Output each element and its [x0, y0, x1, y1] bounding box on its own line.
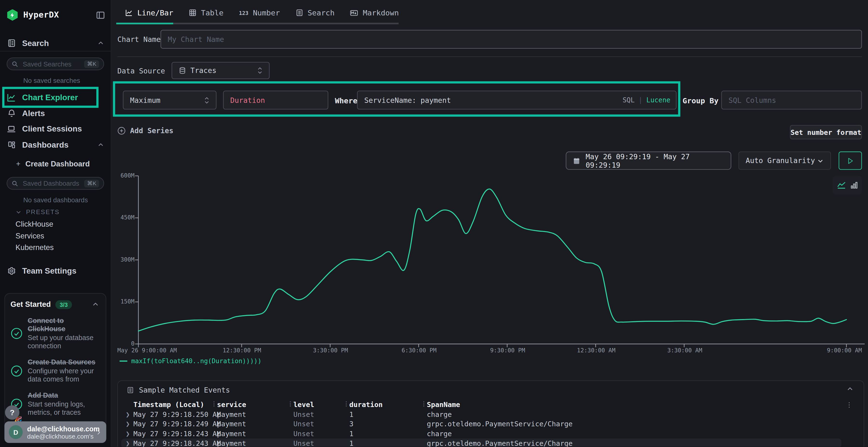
create-dashboard-button[interactable]: + Create Dashboard — [0, 157, 111, 170]
table-row[interactable]: ❯ May 27 9:29:18.250 AM payment Unset 1 … — [121, 409, 841, 419]
sidebar-preset-services[interactable]: Services — [16, 232, 44, 240]
cell-service: payment — [217, 420, 246, 428]
set-number-format-button[interactable]: Set number format — [790, 125, 862, 139]
cell-duration: 1 — [349, 429, 353, 438]
saved-searches-search[interactable]: ⌘K — [7, 58, 104, 70]
user-menu[interactable]: D dale@clickhouse.com dale@clickhouse.co… — [4, 421, 106, 443]
tab-table[interactable]: Table — [181, 8, 231, 17]
expand-row-icon[interactable]: ❯ — [126, 420, 130, 428]
granularity-value: Auto Granularity — [746, 157, 815, 165]
sidebar-item-label: Chart Explorer — [22, 93, 78, 102]
column-handle-icon[interactable]: ⋮ — [343, 400, 349, 407]
column-header[interactable]: duration — [349, 400, 383, 408]
tab-label: Line/Bar — [137, 8, 173, 17]
aggregation-select[interactable]: Maximum — [123, 91, 217, 110]
legend-series-label: maxIf(toFloat640..ng(Duration))))) — [131, 357, 261, 365]
table-row[interactable]: ❯ May 27 9:29:18.249 AM payment Unset 3 … — [121, 419, 841, 428]
chevron-right-icon — [95, 429, 102, 436]
chevron-up-icon[interactable] — [92, 301, 99, 308]
sidebar-preset-kubernetes[interactable]: Kubernetes — [16, 243, 54, 251]
get-started-step-data-sources[interactable]: Create Data Sources Configure where your… — [10, 358, 99, 384]
tab-number[interactable]: 123 Number — [231, 8, 288, 17]
chart-name-input[interactable] — [168, 35, 855, 43]
select-chevrons-icon — [257, 67, 262, 74]
data-source-label: Data Source — [117, 67, 165, 75]
chart-canvas[interactable] — [111, 166, 868, 357]
where-field[interactable]: ServiceName: payment SQL | Lucene — [357, 91, 677, 110]
select-chevrons-icon — [204, 97, 209, 104]
chart-name-field[interactable] — [161, 30, 862, 49]
chevron-up-icon — [97, 40, 104, 46]
tab-markdown[interactable]: Markdown — [342, 8, 406, 17]
events-menu-kebab-icon[interactable]: ⋮ — [846, 401, 852, 409]
collapse-sidebar-button[interactable] — [96, 10, 105, 20]
help-button[interactable]: ? — [5, 405, 20, 420]
data-source-select[interactable]: Traces — [172, 62, 270, 79]
active-tab-underline — [116, 23, 173, 24]
sidebar-preset-clickhouse[interactable]: ClickHouse — [16, 220, 53, 228]
gear-icon — [7, 266, 16, 276]
add-series-button[interactable]: Add Series — [117, 127, 174, 135]
collapse-events-button[interactable] — [846, 385, 854, 392]
table-row[interactable]: ❯ May 27 9:29:18.243 AM payment Unset 1 … — [121, 428, 841, 438]
events-table-header: Timestamp (Local) ⋮ service ⋮ level ⋮ du… — [121, 399, 841, 409]
grid-icon — [7, 140, 16, 149]
tab-label: Markdown — [363, 8, 399, 17]
expand-row-icon[interactable]: ❯ — [126, 410, 130, 418]
view-tabs: Line/Bar Table 123 Number Search — [117, 4, 406, 21]
column-header[interactable]: service — [217, 400, 246, 408]
shortcut-badge: ⌘K — [84, 60, 99, 68]
saved-searches-input[interactable] — [22, 60, 84, 68]
cell-spanname: charge — [427, 410, 452, 418]
line-chart-icon — [7, 93, 16, 102]
cell-spanname: charge — [427, 429, 452, 438]
expand-row-icon[interactable]: ❯ — [126, 439, 130, 447]
sidebar-item-client-sessions[interactable]: Client Sessions — [0, 121, 111, 137]
sidebar-item-label: Alerts — [22, 109, 45, 118]
column-handle-icon[interactable]: ⋮ — [211, 400, 217, 407]
sidebar-divider — [0, 51, 111, 51]
column-header[interactable]: Timestamp (Local) — [133, 400, 204, 408]
get-started-step-add-data[interactable]: Add Data Start sending logs, metrics, or… — [10, 391, 99, 417]
saved-dashboards-search[interactable]: ⌘K — [7, 177, 104, 190]
sidebar-item-dashboards[interactable]: Dashboards — [0, 137, 111, 152]
group-by-label: Group By — [683, 96, 718, 105]
step-title: Add Data — [28, 391, 99, 400]
tab-label: Number — [253, 8, 280, 17]
presets-toggle[interactable]: PRESETS — [16, 209, 60, 215]
lucene-toggle-option[interactable]: Lucene — [646, 96, 671, 104]
cell-duration: 3 — [349, 420, 353, 428]
saved-dashboards-input[interactable] — [22, 179, 84, 188]
sidebar-item-alerts[interactable]: Alerts — [0, 106, 111, 121]
presets-label: PRESETS — [26, 209, 60, 215]
get-started-step-connect[interactable]: Connect to ClickHouse Set up your databa… — [10, 316, 99, 351]
column-header[interactable]: level — [293, 400, 314, 408]
hyperdx-logo-icon — [7, 9, 18, 21]
group-by-field[interactable] — [721, 91, 862, 110]
expand-row-icon[interactable]: ❯ — [126, 429, 130, 438]
table-row[interactable]: ❯ May 27 9:29:18.243 AM payment Unset 1 … — [121, 438, 841, 447]
sidebar-item-label: Team Settings — [22, 267, 76, 276]
column-header[interactable]: SpanName — [427, 400, 460, 408]
cell-level: Unset — [293, 439, 314, 447]
main-content: Line/Bar Table 123 Number Search — [111, 0, 868, 447]
sidebar-item-search[interactable]: Search — [0, 35, 111, 51]
sql-toggle-option[interactable]: SQL — [623, 96, 634, 104]
search-icon — [11, 180, 18, 187]
user-email: dale@clickhouse.com — [27, 425, 95, 433]
sidebar-item-chart-explorer[interactable]: Chart Explorer — [0, 90, 111, 105]
tab-line-bar[interactable]: Line/Bar — [117, 8, 181, 17]
y-axis-tick-label: 300M — [111, 256, 134, 263]
group-by-input[interactable] — [728, 96, 855, 104]
cell-spanname: grpc.oteldemo.PaymentService/Charge — [427, 439, 572, 447]
tab-label: Search — [308, 8, 335, 17]
cell-spanname: grpc.oteldemo.PaymentService/Charge — [427, 420, 572, 428]
field-select[interactable]: Duration — [223, 91, 328, 110]
sidebar-item-team-settings[interactable]: Team Settings — [0, 263, 111, 279]
column-handle-icon[interactable]: ⋮ — [421, 400, 427, 407]
brand-title: HyperDX — [23, 10, 59, 20]
cell-duration: 1 — [349, 410, 353, 418]
column-handle-icon[interactable]: ⋮ — [287, 400, 293, 407]
tab-search[interactable]: Search — [288, 8, 342, 17]
chart-legend[interactable]: maxIf(toFloat640..ng(Duration))))) — [120, 357, 261, 365]
